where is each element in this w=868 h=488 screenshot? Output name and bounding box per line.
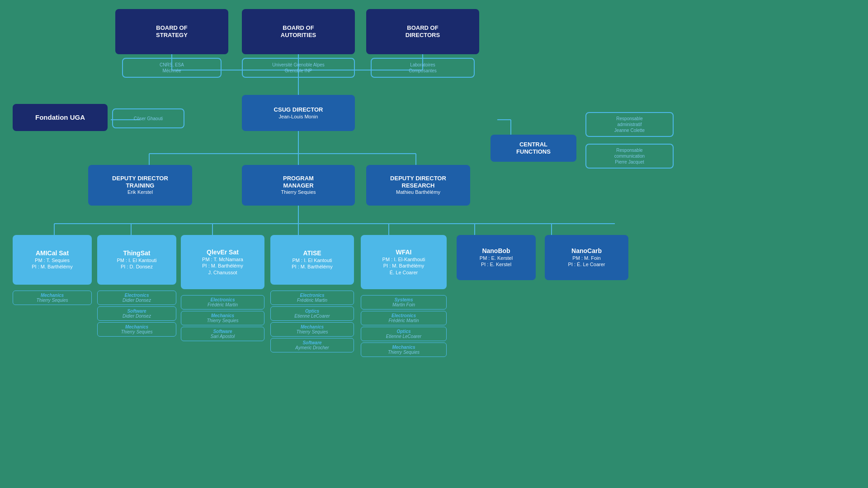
thingsat-mechanics-item: Mechanics Thierry Sequies bbox=[97, 322, 176, 337]
board-authorities-box: BOARD OF AUTORITIES bbox=[242, 9, 355, 54]
qlever-sat-pi1: PI : M. Barthélémy bbox=[202, 263, 243, 269]
board-authorities-title: BOARD OF AUTORITIES bbox=[281, 24, 316, 38]
thingsat-pm: PM : I. El Kantouti bbox=[117, 257, 156, 263]
atise-electronics-item: Electronics Frédéric Martin bbox=[270, 291, 354, 305]
deputy-research-title: DEPUTY DIRECTOR RESEARCH bbox=[390, 175, 446, 189]
csug-director-title: CSUG DIRECTOR bbox=[274, 106, 323, 113]
resp-comm-box: Responsable communication Pierre Jacquet bbox=[585, 144, 674, 169]
resp-comm-label: Responsable communication Pierre Jacquet bbox=[614, 147, 645, 165]
atise-title: ATISE bbox=[303, 249, 321, 257]
wfai-pm: PM : I. El-Kanthouti bbox=[382, 256, 425, 263]
thingsat-pi: PI : D. Donsez bbox=[121, 263, 153, 270]
atise-pi: PI : M. Barthélémy bbox=[292, 263, 332, 270]
qlever-sat-box: QlevEr Sat PM : T. McNamara PI : M. Bart… bbox=[181, 235, 264, 289]
wfai-optics-item: Optics Etienne LeCoarer bbox=[361, 327, 447, 341]
board-strategy-sub: CNRS, ESA Méchnée bbox=[122, 58, 222, 78]
amical-sat-pm: PM : T. Sequies bbox=[35, 257, 70, 263]
amical-sat-title: AMICal Sat bbox=[36, 249, 69, 257]
wfai-mechanics-item: Mechanics Thierry Sequies bbox=[361, 343, 447, 357]
nanocarb-box: NanoCarb PM : M. Foin PI : É. Le Coarer bbox=[545, 235, 628, 280]
deputy-training-title: DEPUTY DIRECTOR TRAINING bbox=[112, 175, 168, 189]
amical-mechanics-item: Mechanics Thierry Sequies bbox=[13, 291, 92, 305]
nanocarb-pi: PI : É. Le Coarer bbox=[568, 261, 605, 267]
wfai-electronics-item: Electronics Frédéric Martin bbox=[361, 311, 447, 325]
nanobob-pm: PM : E. Kerstel bbox=[480, 255, 513, 261]
central-functions-title: CENTRAL FUNCTIONS bbox=[516, 141, 551, 155]
program-manager-title: PROGRAM MANAGER bbox=[283, 175, 314, 189]
atise-mechanics-item: Mechanics Thierry Sequies bbox=[270, 322, 354, 337]
board-directors-sub: Laboratoires Composantes bbox=[371, 58, 475, 78]
board-strategy-sub-text: CNRS, ESA Méchnée bbox=[160, 62, 184, 74]
board-directors-title: BOARD OF DIRECTORS bbox=[406, 24, 440, 38]
deputy-training-box: DEPUTY DIRECTOR TRAINING Erik Kerstel bbox=[88, 165, 192, 206]
org-chart: BOARD OF STRATEGY CNRS, ESA Méchnée BOAR… bbox=[0, 0, 868, 488]
atise-pm: PM : I. El Kantouti bbox=[292, 257, 332, 263]
nanocarb-pm: PM : M. Foin bbox=[572, 255, 600, 261]
qlever-software-item: Software Sari Apostol bbox=[181, 327, 264, 341]
nanobob-box: NanoBob PM : E. Kerstel PI : E. Kerstel bbox=[457, 235, 536, 280]
thingsat-software-item: Software Didier Donsez bbox=[97, 306, 176, 321]
nanobob-title: NanoBob bbox=[482, 247, 510, 255]
board-authorities-sub: Université Grenoble Alpes Grenoble INP bbox=[242, 58, 355, 78]
qlever-electronics-item: Electronics Frédéric Martin bbox=[181, 295, 264, 310]
qlever-sat-title: QlevEr Sat bbox=[207, 249, 239, 256]
wfai-box: WFAI PM : I. El-Kanthouti PI : M. Barthé… bbox=[361, 235, 447, 289]
fondation-uga-label: Fondation UGA bbox=[35, 113, 85, 122]
csug-director-box: CSUG DIRECTOR Jean-Louis Monin bbox=[242, 95, 355, 131]
board-directors-box: BOARD OF DIRECTORS bbox=[366, 9, 479, 54]
atise-items: Electronics Frédéric Martin Optics Etien… bbox=[270, 289, 354, 354]
nanocarb-title: NanoCarb bbox=[571, 247, 602, 255]
deputy-training-name: Erik Kerstel bbox=[127, 189, 153, 195]
atise-optics-item: Optics Etienne LeCoarer bbox=[270, 306, 354, 321]
amical-sat-box: AMICal Sat PM : T. Sequies PI : M. Barth… bbox=[13, 235, 92, 285]
thingsat-items: Electronics Didier Donsez Software Didie… bbox=[97, 289, 176, 338]
qlever-sat-pm: PM : T. McNamara bbox=[202, 256, 243, 263]
atise-software-item: Software Aymeric Drocher bbox=[270, 338, 354, 352]
program-manager-name: Thierry Sequies bbox=[281, 189, 316, 195]
wfai-items: Systems Martin Foin Electronics Frédéric… bbox=[361, 294, 447, 358]
atise-box: ATISE PM : I. El Kantouti PI : M. Barthé… bbox=[270, 235, 354, 285]
amical-sat-items: Mechanics Thierry Sequies bbox=[13, 289, 92, 306]
coser-box: Cöser Ghaouti bbox=[112, 108, 184, 128]
nanobob-pi: PI : E. Kerstel bbox=[481, 261, 511, 267]
central-functions-box: CENTRAL FUNCTIONS bbox=[491, 135, 576, 162]
board-strategy-box: BOARD OF STRATEGY bbox=[115, 9, 228, 54]
wfai-systems-item: Systems Martin Foin bbox=[361, 295, 447, 310]
wfai-pi1: PI : M. Barthélémy bbox=[383, 263, 424, 269]
amical-sat-pi: PI : M. Barthélémy bbox=[32, 263, 72, 270]
program-manager-box: PROGRAM MANAGER Thierry Sequies bbox=[242, 165, 355, 206]
resp-admin-label: Responsable administratif Jeanne Colette bbox=[614, 116, 645, 133]
board-directors-sub-text: Laboratoires Composantes bbox=[409, 62, 437, 74]
resp-admin-box: Responsable administratif Jeanne Colette bbox=[585, 112, 674, 137]
wfai-title: WFAI bbox=[396, 249, 412, 256]
board-authorities-sub-text: Université Grenoble Alpes Grenoble INP bbox=[272, 62, 325, 74]
qlever-items: Electronics Frédéric Martin Mechanics Th… bbox=[181, 294, 264, 343]
fondation-uga-box: Fondation UGA bbox=[13, 104, 108, 131]
qlever-sat-pi2: J. Chanussot bbox=[208, 269, 237, 276]
thingsat-electronics-item: Electronics Didier Donsez bbox=[97, 291, 176, 305]
coser-label: Cöser Ghaouti bbox=[134, 116, 163, 122]
csug-director-name: Jean-Louis Monin bbox=[279, 113, 318, 120]
wfai-pi2: É. Le Coarer bbox=[390, 269, 418, 276]
thingsat-box: ThingSat PM : I. El Kantouti PI : D. Don… bbox=[97, 235, 176, 285]
deputy-research-box: DEPUTY DIRECTOR RESEARCH Mathieu Barthél… bbox=[366, 165, 470, 206]
qlever-mechanics-item: Mechanics Thierry Sequies bbox=[181, 311, 264, 325]
deputy-research-name: Mathieu Barthélémy bbox=[396, 189, 440, 195]
board-strategy-title: BOARD OF STRATEGY bbox=[156, 24, 188, 38]
thingsat-title: ThingSat bbox=[123, 249, 151, 257]
